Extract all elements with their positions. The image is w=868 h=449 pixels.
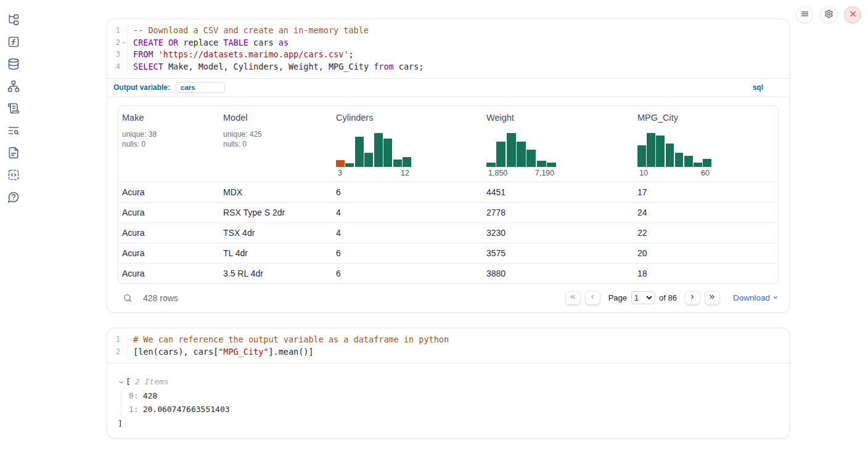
- page-select[interactable]: 1: [631, 291, 655, 304]
- sql-cell-output: Makeunique: 38nulls: 0Modelunique: 425nu…: [107, 97, 789, 310]
- histogram-bar[interactable]: [355, 137, 364, 166]
- table-cell: 6: [332, 187, 483, 197]
- table-cell: TL 4dr: [219, 248, 332, 258]
- table-cell: 3230: [483, 228, 634, 238]
- histogram-bars: [336, 133, 411, 167]
- histogram-bar[interactable]: [517, 142, 526, 167]
- language-badge[interactable]: sql: [753, 83, 763, 92]
- column-histogram: 1,8507,190: [486, 133, 556, 177]
- shutdown-button[interactable]: [844, 6, 861, 23]
- histogram-bars: [637, 133, 711, 167]
- download-button[interactable]: Download: [733, 293, 779, 302]
- column-header: Makeunique: 38nulls: 0: [118, 106, 219, 182]
- histogram-bar[interactable]: [393, 160, 402, 167]
- list-item: 0:428: [129, 389, 779, 403]
- histogram-max-label: 7,190: [535, 169, 554, 177]
- table-cell: 3.5 RL 4dr: [219, 269, 332, 278]
- line-number: 2: [107, 346, 128, 358]
- sidebar: [0, 0, 27, 449]
- page-total: of 86: [659, 293, 677, 302]
- histogram-bar[interactable]: [537, 161, 546, 166]
- fold-spacer: [120, 27, 127, 34]
- histogram-bar[interactable]: [703, 159, 711, 167]
- items-count-label: 2 Items: [135, 375, 169, 389]
- file-explorer-icon[interactable]: [7, 14, 20, 26]
- histogram-bar[interactable]: [383, 139, 392, 167]
- histogram-bar[interactable]: [637, 145, 646, 167]
- histogram-bar[interactable]: [496, 142, 506, 167]
- chevrons-left-icon: [569, 293, 576, 302]
- fold-chevron-icon[interactable]: [120, 39, 127, 47]
- logs-search-icon[interactable]: [7, 124, 20, 137]
- table-cell: RSX Type S 2dr: [219, 208, 332, 217]
- scratchpad-icon[interactable]: [7, 102, 20, 115]
- histogram-bar[interactable]: [647, 133, 655, 167]
- histogram-bar[interactable]: [486, 163, 496, 167]
- output-variable-row: Output variable: sql: [107, 78, 789, 97]
- histogram-bar[interactable]: [666, 144, 674, 166]
- dependency-graph-icon[interactable]: [7, 80, 20, 92]
- python-code-editor[interactable]: 1# We can reference the output variable …: [107, 328, 789, 363]
- help-icon[interactable]: [7, 191, 20, 203]
- table-cell: Acura: [118, 208, 219, 217]
- search-icon[interactable]: [123, 293, 133, 303]
- histogram-max-label: 12: [401, 169, 409, 177]
- table-cell: 3880: [483, 269, 634, 278]
- collapse-chevron-icon[interactable]: [118, 379, 125, 386]
- code-line: 1-- Download a CSV and create an in-memo…: [107, 25, 789, 37]
- settings-button[interactable]: [820, 6, 837, 23]
- sql-cell: 1-- Download a CSV and create an in-memo…: [107, 18, 790, 313]
- histogram-bar[interactable]: [675, 153, 684, 167]
- column-header: Modelunique: 425nulls: 0: [219, 106, 332, 182]
- last-page-button[interactable]: [705, 291, 720, 305]
- next-page-button[interactable]: [685, 291, 700, 305]
- sql-code-editor[interactable]: 1-- Download a CSV and create an in-memo…: [107, 19, 789, 78]
- column-header: Weight1,8507,190: [483, 106, 634, 182]
- histogram-axis-labels: 312: [336, 169, 411, 177]
- table-cell: Acura: [118, 187, 219, 197]
- close-bracket: ]: [118, 417, 779, 431]
- histogram-bar[interactable]: [364, 153, 373, 167]
- table-cell: 3575: [483, 248, 634, 258]
- histogram-min-label: 3: [338, 169, 342, 177]
- first-page-button[interactable]: [565, 291, 581, 305]
- histogram-bar[interactable]: [694, 163, 702, 167]
- menu-button[interactable]: [796, 6, 813, 23]
- table-cell: 6: [332, 248, 483, 258]
- close-icon: [848, 9, 858, 20]
- histogram-bar[interactable]: [345, 163, 354, 167]
- table-cell: 4: [332, 208, 483, 217]
- code-text: [len(cars), cars["MPG_City"].mean()]: [128, 346, 314, 358]
- histogram-bar[interactable]: [507, 133, 516, 167]
- table-cell: 6: [332, 269, 483, 278]
- prev-page-button[interactable]: [585, 291, 600, 305]
- histogram-bar[interactable]: [336, 160, 345, 167]
- functions-icon[interactable]: [7, 36, 20, 48]
- chevrons-right-icon: [708, 293, 716, 302]
- output-variable-input[interactable]: [176, 82, 225, 93]
- histogram-bars: [486, 133, 556, 167]
- snippets-icon[interactable]: [7, 169, 20, 181]
- list-item-value: 428: [143, 391, 157, 400]
- database-icon[interactable]: [7, 58, 20, 70]
- histogram-bar[interactable]: [547, 163, 556, 167]
- column-header: MPG_City1060: [634, 106, 778, 182]
- topbar-controls: [796, 6, 861, 23]
- table-cell: 18: [634, 269, 778, 278]
- histogram-axis-labels: 1060: [637, 169, 711, 177]
- line-number: 4: [107, 61, 128, 73]
- histogram-bar[interactable]: [684, 156, 693, 167]
- menu-icon: [800, 9, 809, 20]
- histogram-bar[interactable]: [526, 150, 536, 167]
- histogram-bar[interactable]: [656, 136, 665, 167]
- column-title: Make: [122, 113, 215, 123]
- histogram-bar[interactable]: [403, 157, 411, 167]
- documentation-icon[interactable]: [7, 147, 20, 159]
- fold-spacer: [120, 336, 127, 344]
- table-cell: 22: [634, 228, 778, 238]
- line-number: 1: [107, 25, 128, 37]
- python-cell-output: [ 2 Items 0:4281:20.060747663551403 ]: [107, 363, 789, 431]
- fold-spacer: [120, 63, 127, 71]
- table-cell: 17: [634, 187, 778, 197]
- histogram-bar[interactable]: [374, 133, 383, 167]
